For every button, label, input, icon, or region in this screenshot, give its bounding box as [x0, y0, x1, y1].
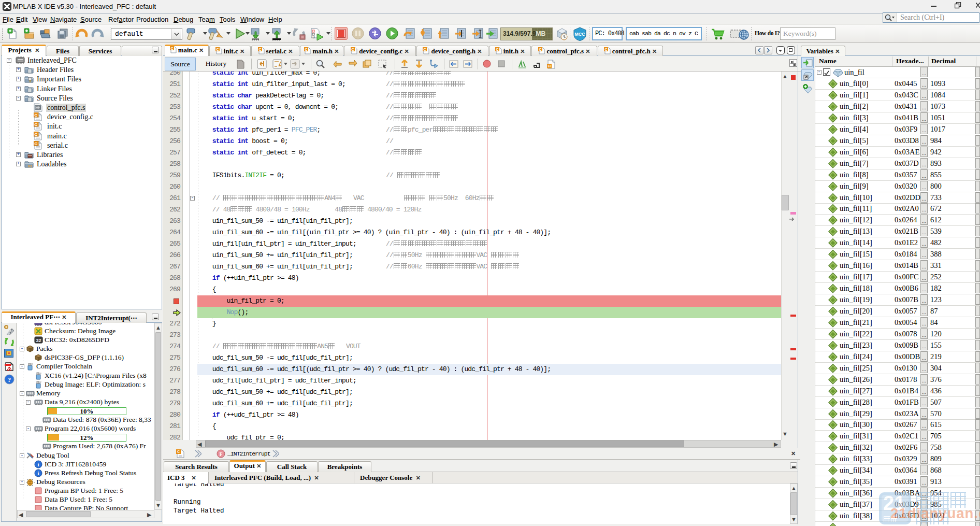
- svg-text:C: C: [604, 48, 607, 51]
- svg-text:C: C: [216, 48, 219, 51]
- svg-text:32: 32: [36, 338, 41, 343]
- svg-text:F: F: [219, 451, 222, 457]
- svg-text:3: 3: [312, 35, 315, 39]
- svg-text:C: C: [352, 48, 354, 51]
- svg-text:01: 01: [28, 164, 32, 168]
- svg-text:C: C: [305, 48, 308, 51]
- svg-text:H: H: [548, 64, 551, 68]
- svg-text:C: C: [170, 47, 173, 50]
- svg-text:C: C: [35, 141, 38, 146]
- svg-text:?: ?: [8, 376, 11, 383]
- svg-text:C: C: [35, 113, 38, 118]
- svg-text:C: C: [35, 122, 38, 127]
- svg-text:MCC: MCC: [574, 32, 585, 37]
- svg-text:C: C: [35, 132, 38, 137]
- svg-text:C: C: [177, 450, 180, 453]
- svg-text:i: i: [37, 461, 39, 467]
- svg-text:C: C: [539, 48, 542, 51]
- svg-text:C: C: [496, 48, 498, 51]
- svg-text:C: C: [258, 48, 261, 51]
- svg-text:C: C: [424, 48, 426, 51]
- svg-text:i: i: [37, 470, 39, 476]
